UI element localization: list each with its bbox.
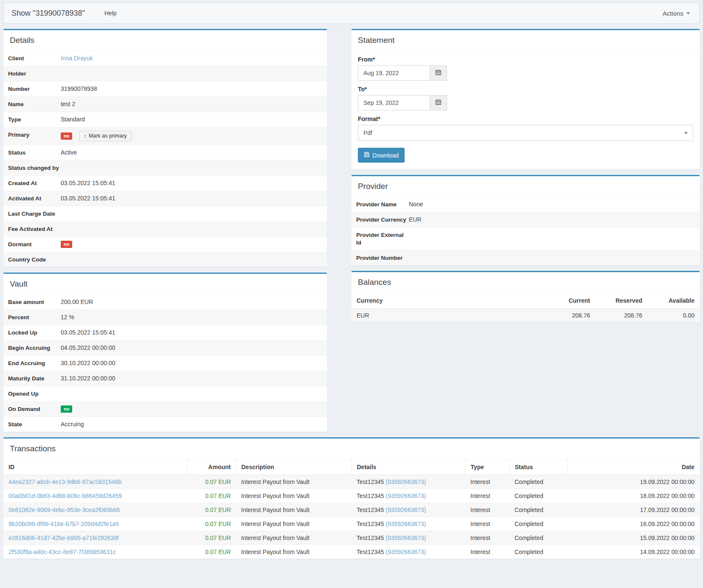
attribute-row: Activated At 03.05.2022 15:05:41	[3, 191, 327, 206]
status-badge: no	[61, 132, 72, 140]
transactions-header-row: ID Amount Description Details Type Statu…	[3, 459, 700, 475]
transaction-details-link[interactable]: (93592663673)	[386, 549, 426, 555]
attribute-row: Provider External Id	[352, 227, 700, 250]
attribute-label: State	[8, 420, 61, 428]
transaction-details-name: Test12345	[357, 492, 384, 499]
attribute-label: Activated At	[8, 194, 61, 203]
transaction-details-name: Test12345	[357, 535, 384, 541]
transaction-type: Interest	[465, 545, 509, 559]
table-row: e2816d06-41d7-42be-b905-a71fe282639f 0.0…	[3, 531, 700, 545]
transaction-details-link[interactable]: (93592663673)	[386, 506, 426, 513]
balances-body: EUR 208.76 208.76 0.00	[352, 309, 700, 323]
transaction-type: Interest	[465, 475, 509, 489]
statement-panel-title: Statement	[352, 30, 700, 51]
attribute-row: Provider Currency EUR	[352, 212, 700, 227]
transactions-section: Transactions ID Amount Description Detai…	[3, 437, 700, 559]
transaction-amount: 0.07 EUR	[187, 489, 236, 503]
calendar-icon	[435, 69, 441, 77]
transaction-id-link[interactable]: 0e81082e-9069-4ebc-953e-3cea2f065b66	[8, 506, 120, 513]
attribute-row: Locked Up 03.05.2022 15:05:41	[3, 325, 327, 340]
tx-col-details: Details	[352, 459, 465, 475]
help-link[interactable]: Help	[104, 10, 117, 17]
transaction-details: Test12345 (93592663673)	[352, 503, 465, 517]
balances-col-available: Available	[647, 293, 700, 309]
attribute-row: Percent 12 %	[3, 309, 327, 325]
format-select[interactable]: Pdf	[358, 125, 693, 141]
table-row: 44ea2327-a8cb-4e13-9db6-97ac5831546b 0.0…	[3, 475, 700, 489]
attribute-label: Provider Currency	[356, 216, 409, 224]
attribute-value: test 2	[61, 100, 322, 108]
transactions-body: 44ea2327-a8cb-4e13-9db6-97ac5831546b 0.0…	[3, 475, 700, 559]
transaction-status: Completed	[509, 489, 567, 503]
from-date-input[interactable]	[358, 65, 430, 81]
transaction-id-link[interactable]: 9b20b088-df86-41be-b7b7-209d4d2fe1a5	[8, 520, 119, 527]
transaction-amount: 0.07 EUR	[187, 517, 236, 531]
attribute-label: Provider External Id	[356, 231, 409, 247]
mark-as-primary-button[interactable]: ↑ Mark as primary	[79, 131, 131, 141]
transaction-id-link[interactable]: 44ea2327-a8cb-4e13-9db6-97ac5831546b	[8, 478, 121, 485]
attribute-value	[61, 164, 322, 172]
attribute-value-text: 03.05.2022 15:05:41	[61, 329, 115, 337]
balances-table: Currency Current Reserved Available EUR …	[352, 293, 700, 322]
balance-current: 208.76	[546, 309, 595, 323]
attribute-label: Provider Name	[356, 200, 409, 208]
attribute-label: Type	[8, 115, 61, 124]
to-date-input[interactable]	[358, 95, 430, 110]
balances-col-reserved: Reserved	[595, 293, 647, 309]
from-calendar-button[interactable]	[430, 65, 447, 81]
attribute-row: Dormant no	[3, 236, 327, 252]
transaction-details: Test12345 (93592663673)	[352, 517, 465, 531]
transaction-description: Interest Payout from Vault	[236, 489, 352, 503]
attribute-label: Created At	[8, 179, 61, 187]
transaction-details-name: Test12345	[357, 520, 384, 527]
transaction-details-link[interactable]: (93592663673)	[386, 535, 426, 541]
attribute-value	[61, 225, 322, 233]
transaction-details-name: Test12345	[357, 549, 384, 555]
transaction-id-link[interactable]: e2816d06-41d7-42be-b905-a71fe282639f	[8, 535, 119, 541]
to-calendar-button[interactable]	[430, 95, 447, 110]
balance-row: EUR 208.76 208.76 0.00	[352, 309, 700, 323]
attribute-value: no	[61, 240, 322, 248]
attribute-row: Number 31990078938	[3, 81, 327, 96]
transaction-details: Test12345 (93592663673)	[352, 475, 465, 489]
transaction-details-link[interactable]: (93592663673)	[386, 478, 426, 485]
balances-panel: Balances Currency Current Reserved Avail…	[352, 271, 700, 322]
attribute-row: Status Active	[3, 145, 327, 160]
transaction-details-name: Test12345	[357, 506, 384, 513]
attribute-value: 200.00 EUR	[61, 298, 322, 306]
attribute-value-text: Standard	[61, 115, 85, 124]
actions-dropdown[interactable]: Actions	[663, 10, 690, 17]
attribute-value: EUR	[409, 216, 695, 224]
tx-col-status: Status	[509, 459, 567, 475]
vault-panel: Vault Base amount 200.00 EUR Percent 12 …	[3, 273, 327, 432]
attribute-value: 03.05.2022 15:05:41	[61, 194, 322, 203]
transaction-id-link[interactable]: 2f530f9a-a40c-43cc-8e87-7f389853631c	[8, 549, 116, 555]
attribute-row: Last Charge Date	[3, 206, 327, 221]
transaction-status: Completed	[509, 517, 567, 531]
attribute-label: Base amount	[8, 298, 61, 306]
attribute-value-text: None	[409, 200, 423, 208]
transaction-type: Interest	[465, 517, 509, 531]
attribute-row: Begin Accruing 04.05.2022 00:00:00	[3, 340, 327, 355]
attribute-label: Holder	[8, 70, 61, 78]
attribute-value: no ↑ Mark as primary	[61, 131, 322, 141]
provider-panel-title: Provider	[352, 176, 700, 197]
attribute-value: no	[61, 405, 322, 413]
arrow-up-icon: ↑	[84, 133, 87, 139]
transaction-description: Interest Payout from Vault	[236, 475, 352, 489]
attribute-value: 03.05.2022 15:05:41	[61, 179, 322, 187]
transaction-details-link[interactable]: (93592663673)	[386, 520, 426, 527]
transaction-details-link[interactable]: (93592663673)	[386, 492, 426, 499]
status-badge: no	[61, 405, 72, 413]
client-link[interactable]: Inna Drayuk	[61, 54, 93, 62]
transaction-status: Completed	[509, 475, 567, 489]
details-rows: Client Inna Drayuk Holder Number 3199007…	[3, 51, 327, 267]
download-button[interactable]: Download	[358, 148, 405, 163]
attribute-row: Provider Name None	[352, 197, 700, 212]
transaction-date: 14.09.2022 00:00:00	[567, 545, 700, 559]
transaction-id-link[interactable]: 00a0b01d-0b83-4d68-b06c-b86459d26459	[8, 492, 122, 499]
attribute-row: Status changed by	[3, 160, 327, 175]
attribute-value: Active	[61, 149, 322, 157]
page-title: Show "31990078938"	[11, 9, 85, 18]
attribute-value: 31990078938	[61, 85, 322, 93]
